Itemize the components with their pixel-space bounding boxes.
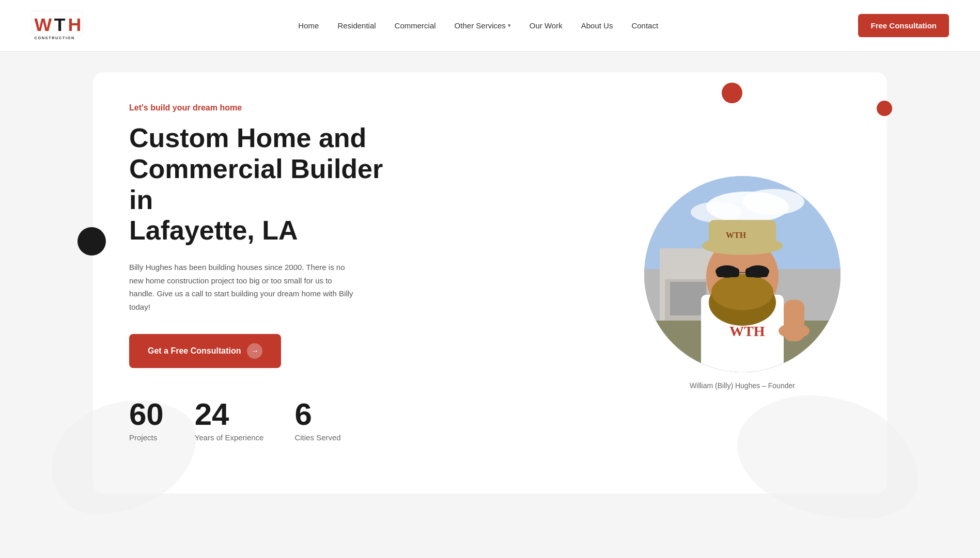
founder-image-circle: WTH bbox=[644, 176, 841, 372]
hero-tagline: Let's build your dream home bbox=[129, 103, 403, 113]
svg-rect-21 bbox=[717, 268, 739, 277]
svg-text:WTH: WTH bbox=[726, 231, 746, 240]
logo-svg: W T H CONSTRUCTION bbox=[31, 8, 98, 44]
nav-contact[interactable]: Contact bbox=[631, 21, 658, 30]
decorative-dot-red-large bbox=[722, 83, 742, 103]
logo[interactable]: W T H CONSTRUCTION bbox=[31, 8, 98, 44]
chevron-down-icon: ▾ bbox=[508, 22, 511, 29]
stat-cities-label: Cities Served bbox=[294, 433, 340, 442]
hero-right: WTH bbox=[634, 176, 851, 390]
hero-card: Let's build your dream home Custom Home … bbox=[93, 72, 887, 493]
decorative-dot-red-small bbox=[877, 101, 892, 116]
hero-description: Billy Hughes has been building houses si… bbox=[129, 261, 356, 313]
svg-point-7 bbox=[742, 189, 804, 215]
hero-title: Custom Home and Commercial Builder in La… bbox=[129, 123, 403, 246]
hero-left: Let's build your dream home Custom Home … bbox=[129, 103, 403, 463]
svg-rect-13 bbox=[670, 282, 706, 315]
svg-rect-28 bbox=[784, 300, 804, 341]
stat-projects: 60 Projects bbox=[129, 399, 164, 442]
header-free-consultation-button[interactable]: Free Consultation bbox=[858, 14, 949, 37]
svg-text:CONSTRUCTION: CONSTRUCTION bbox=[35, 36, 75, 40]
site-header: W T H CONSTRUCTION Home Residential Comm… bbox=[0, 0, 980, 52]
nav-commercial[interactable]: Commercial bbox=[395, 21, 436, 30]
stat-cities-number: 6 bbox=[294, 399, 340, 430]
cta-button-label: Get a Free Consultation bbox=[148, 346, 241, 356]
get-free-consultation-button[interactable]: Get a Free Consultation → bbox=[129, 334, 281, 368]
stats-section: 60 Projects 24 Years of Experience 6 Cit… bbox=[129, 399, 403, 442]
arrow-right-icon: → bbox=[247, 343, 262, 359]
svg-point-8 bbox=[691, 202, 742, 222]
nav-home[interactable]: Home bbox=[298, 21, 319, 30]
svg-text:H: H bbox=[68, 14, 82, 35]
svg-rect-22 bbox=[745, 268, 768, 277]
founder-photo-svg: WTH bbox=[644, 176, 841, 372]
svg-text:W: W bbox=[35, 14, 52, 35]
founder-caption: William (Billy) Hughes – Founder bbox=[690, 381, 795, 390]
stat-experience-label: Years of Experience bbox=[195, 433, 264, 442]
nav-other-services[interactable]: Other Services ▾ bbox=[455, 21, 511, 30]
stat-experience: 24 Years of Experience bbox=[195, 399, 264, 442]
nav-residential[interactable]: Residential bbox=[337, 21, 376, 30]
stat-projects-label: Projects bbox=[129, 433, 164, 442]
main-nav: Home Residential Commercial Other Servic… bbox=[298, 21, 658, 30]
stat-experience-number: 24 bbox=[195, 399, 264, 430]
main-content: Let's build your dream home Custom Home … bbox=[0, 52, 980, 514]
svg-text:T: T bbox=[54, 14, 66, 35]
nav-about-us[interactable]: About Us bbox=[581, 21, 613, 30]
stat-projects-number: 60 bbox=[129, 399, 164, 430]
hero-content: Let's build your dream home Custom Home … bbox=[129, 103, 851, 463]
svg-text:WTH: WTH bbox=[729, 323, 765, 339]
stat-cities: 6 Cities Served bbox=[294, 399, 340, 442]
nav-our-work[interactable]: Our Work bbox=[530, 21, 563, 30]
decorative-dot-dark bbox=[77, 227, 106, 256]
svg-point-18 bbox=[711, 274, 773, 310]
